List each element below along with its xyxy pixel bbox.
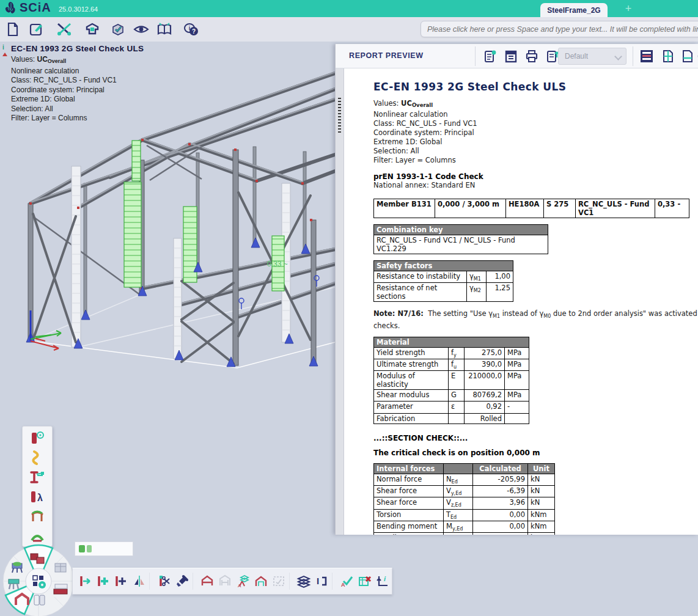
- command-search: [421, 21, 698, 37]
- report-preview-title: REPORT PREVIEW: [349, 51, 424, 60]
- report-preset-select[interactable]: Default: [558, 48, 626, 65]
- join-members-icon[interactable]: [112, 571, 130, 592]
- connect-members-icon[interactable]: [94, 571, 112, 592]
- report-table-icon[interactable]: [502, 47, 520, 65]
- load-panel-icon[interactable]: [25, 507, 50, 526]
- report-page-margin-strip: [336, 68, 344, 535]
- svg-text:A: A: [341, 582, 345, 588]
- overlay-values-line: Values: UCOverall: [11, 55, 203, 67]
- search-input[interactable]: [421, 21, 698, 37]
- app-brand: SCiA: [20, 1, 51, 15]
- trim-members-icon[interactable]: [155, 571, 173, 592]
- svg-text:i: i: [384, 575, 386, 582]
- report-note: Note: N7/16: The setting "Use γM1 instea…: [373, 309, 698, 321]
- svg-text:I: I: [317, 576, 319, 586]
- scia-logo-icon: [4, 1, 18, 16]
- view-icon[interactable]: [131, 19, 152, 40]
- check-structure-icon[interactable]: [108, 19, 128, 40]
- svg-text:A: A: [238, 583, 241, 588]
- rename-label-icon[interactable]: I: [313, 571, 331, 592]
- help-icon[interactable]: ?i: [181, 19, 202, 40]
- extend-member-icon[interactable]: [76, 571, 94, 592]
- check-input-icon[interactable]: A: [338, 571, 356, 592]
- section-check-heading: ...::SECTION CHECK::...: [373, 434, 698, 442]
- title-bar: SCiA 25.0.3012.64 SteelFrame_2G +: [0, 0, 698, 17]
- cross-section-icon[interactable]: [25, 468, 50, 486]
- overlay-line: Coordinate system: Principal: [11, 86, 203, 95]
- main-toolbar: ?i: [0, 17, 698, 42]
- mini-toolbar[interactable]: [75, 541, 133, 556]
- libraries-icon[interactable]: [154, 19, 175, 40]
- result-value-label: 0,33 ~: [267, 260, 288, 268]
- combination-key-table: Combination key RC_NC_ULS - Fund VC1 / N…: [373, 224, 548, 254]
- layers-icon[interactable]: [295, 571, 313, 592]
- wheel-icon-members[interactable]: [9, 579, 19, 589]
- report-values-line: Values: UCOverall: [373, 99, 698, 110]
- report-preview-header: REPORT PREVIEW Default 100: [336, 44, 698, 68]
- mirror-icon[interactable]: [130, 571, 148, 592]
- brush-format-icon[interactable]: [173, 571, 191, 592]
- overlay-line: Nonlinear calculation: [11, 67, 203, 76]
- new-project-icon[interactable]: [2, 19, 23, 40]
- report-preset-value: Default: [565, 52, 588, 61]
- wheel-icon-blocks[interactable]: [55, 563, 66, 572]
- report-settings-icon[interactable]: [481, 47, 499, 65]
- tools-icon[interactable]: [54, 19, 75, 40]
- selection-box-icon: [270, 571, 288, 592]
- structure-icon[interactable]: [82, 19, 103, 40]
- info-flag-icon[interactable]: i: [1, 44, 9, 60]
- svg-text:i: i: [2, 44, 4, 51]
- workstation-wheel[interactable]: [0, 541, 79, 616]
- overlay-line: Selection: All: [11, 105, 203, 114]
- stability-lambda-icon[interactable]: λ: [25, 488, 50, 506]
- layer-assign-icon[interactable]: A: [234, 571, 252, 592]
- report-meta-line: Class: RC_NC_ULS - Fund VC1: [373, 119, 698, 128]
- delete-table-icon[interactable]: [356, 571, 373, 592]
- print-icon[interactable]: [523, 47, 541, 65]
- overlay-line: Class: RC_NC_ULS - Fund VC1: [11, 76, 203, 86]
- report-meta-line: Selection: All: [373, 147, 698, 156]
- material-table: Material Yield strength fy 275,0 MPa Ult…: [373, 337, 529, 424]
- edit-icon[interactable]: [26, 19, 46, 40]
- project-tab[interactable]: SteelFrame_2G: [540, 3, 608, 17]
- new-tab-button[interactable]: +: [621, 1, 636, 16]
- svg-text:λ: λ: [37, 493, 43, 503]
- report-meta-line: Coordinate system: Principal: [373, 128, 698, 138]
- two-page-view-icon[interactable]: [659, 47, 678, 65]
- wheel-icon-materials[interactable]: [54, 584, 67, 594]
- frame-template-disabled-icon: [216, 571, 234, 592]
- safety-factors-table: Safety factors Resistance to instability…: [373, 260, 513, 302]
- report-preview-panel: REPORT PREVIEW Default 100: [335, 44, 698, 535]
- result-info-overlay: i EC-EN 1993 2G Steel Check ULS Values: …: [1, 44, 203, 123]
- report-page[interactable]: EC-EN 1993 2G Steel Check ULS Values: UC…: [344, 68, 698, 535]
- deformed-shape-icon[interactable]: [25, 449, 50, 467]
- critical-check-line: The critical check is on position 0,000 …: [373, 449, 698, 457]
- modify-toolbar: A I A i: [72, 568, 392, 595]
- svg-text:?: ?: [192, 28, 196, 35]
- frame-import-icon[interactable]: [252, 571, 270, 592]
- overlay-line: Extreme 1D: Global: [11, 95, 203, 105]
- report-note-line2: checks.: [373, 321, 698, 331]
- app-version: 25.0.3012.64: [59, 6, 98, 13]
- wheel-icon-library[interactable]: [34, 595, 45, 605]
- overlay-line: Filter: Layer = Columns: [11, 114, 203, 123]
- frame-template-icon[interactable]: [198, 571, 216, 592]
- report-meta-line: Extreme 1D: Global: [373, 138, 698, 147]
- internal-forces-table: Internal forces Calculated Unit Normal f…: [373, 463, 555, 535]
- page-layout-icon[interactable]: [637, 47, 656, 65]
- member-settings-icon[interactable]: [25, 429, 50, 447]
- chevron-down-icon: [614, 53, 622, 61]
- overlay-check-title: EC-EN 1993 2G Steel Check ULS: [11, 44, 203, 53]
- report-meta-line: Nonlinear calculation: [373, 110, 698, 119]
- report-doc-title: EC-EN 1993 2G Steel Check ULS: [373, 81, 698, 93]
- code-check-heading: prEN 1993-1-1 Code Check: [373, 172, 698, 181]
- project-tab-label: SteelFrame_2G: [547, 6, 600, 15]
- result-tools-toolbar: λ: [22, 426, 53, 547]
- ucs-axis-icon[interactable]: i: [374, 571, 392, 592]
- report-meta-line: Filter: Layer = Columns: [373, 156, 698, 165]
- member-summary-table: Member B131 0,000 / 3,000 m HE180A S 275…: [373, 199, 689, 218]
- svg-text:i: i: [189, 25, 191, 31]
- zoom-100-icon[interactable]: 100: [695, 47, 698, 65]
- report-preview-body: EC-EN 1993 2G Steel Check ULS Values: UC…: [336, 68, 698, 535]
- code-check-annex: National annex: Standard EN: [373, 181, 698, 190]
